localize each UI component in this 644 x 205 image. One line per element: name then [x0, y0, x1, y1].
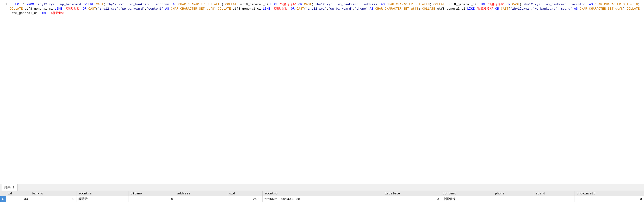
sql-token: AS — [381, 3, 385, 6]
sql-token: LIKE — [478, 3, 486, 6]
sql-token — [47, 11, 49, 15]
sql-token — [413, 3, 415, 6]
sql-token — [572, 7, 574, 10]
sql-token — [602, 3, 604, 6]
sql-token: SET — [623, 3, 628, 6]
sql-token: `content` — [146, 7, 164, 10]
row-indicator-header — [0, 191, 6, 196]
sql-token: utf8_general_ci — [238, 3, 270, 6]
sql-token: `wp_bankcard` — [328, 7, 353, 10]
sql-token: AS — [574, 7, 578, 10]
sql-token: COLLATE — [434, 3, 447, 6]
sql-token: ) — [222, 3, 226, 6]
sql-token — [409, 7, 411, 10]
column-header-isdelete: isdelete — [383, 191, 441, 196]
sql-token: CAST — [304, 3, 312, 6]
sql-token — [394, 3, 396, 6]
sql-token: '%滕玲玲%' — [49, 11, 66, 15]
sql-token — [171, 3, 173, 6]
column-header-uid: uid — [227, 191, 262, 196]
sql-token — [212, 3, 214, 6]
sql-token — [628, 3, 630, 6]
sql-token: `wp_bankcard` — [128, 3, 152, 6]
sql-token: `zhy12.xyz` — [313, 3, 334, 6]
sql-editor[interactable]: 1 SELECT * FROM `zhy12.xyz`.`wp_bankcard… — [0, 0, 644, 184]
sql-token: `zhy12.xyz` — [306, 7, 326, 10]
column-header-cityno: cityno — [128, 191, 175, 196]
sql-token — [164, 7, 165, 10]
cell-uid: 2580 — [227, 196, 262, 202]
sql-token: . — [56, 3, 58, 6]
bottom-tab-bar: 信息摘要结果 1剖析状态 — [0, 184, 644, 190]
sql-token: CHAR — [387, 3, 394, 6]
results-area: idbanknoaccntnmcitynoaddressuidaccntnois… — [0, 190, 644, 205]
sql-token: . — [326, 7, 328, 10]
sql-token: . — [531, 7, 533, 10]
sql-token: '%滕玲玲%' — [476, 7, 493, 10]
sql-token: . — [126, 3, 128, 6]
tab-结果 1[interactable]: 结果 1 — [1, 184, 18, 191]
sql-token — [383, 7, 385, 10]
sql-token: `wp_bankcard` — [58, 3, 83, 6]
sql-token: '%滕玲玲%' — [280, 3, 296, 6]
sql-token: CHAR — [595, 3, 602, 6]
sql-token: AS — [370, 7, 374, 10]
sql-token: COLLATE — [422, 7, 436, 10]
sql-token: ) — [638, 3, 642, 6]
sql-token: `zhy12.xyz` — [510, 7, 531, 10]
sql-token: utf8 — [214, 3, 222, 6]
sql-token: utf8_general_ci — [448, 3, 478, 6]
sql-token: utf8 — [206, 7, 214, 10]
sql-token: `wp_bankcard` — [336, 3, 360, 6]
cell-address — [175, 196, 227, 202]
sql-token: OR — [506, 3, 510, 6]
sql-token — [197, 7, 199, 10]
line-content-1: SELECT * FROM `zhy12.xyz`.`wp_bankcard` … — [10, 2, 644, 16]
sql-token: ( — [312, 3, 313, 6]
sql-token: LIKE — [54, 7, 62, 10]
sql-token: utf8_general_ci — [231, 7, 263, 10]
sql-token: `zhy12.xyz` — [36, 3, 56, 6]
sql-token: `wp_bankcard` — [120, 7, 144, 10]
cell-provinceid: 0 — [574, 196, 644, 202]
sql-token: COLLATE — [626, 7, 640, 10]
column-header-accntno: accntno — [262, 191, 383, 196]
sql-token: ( — [304, 7, 306, 10]
sql-token: ) — [430, 3, 434, 6]
column-header-scard: scard — [534, 191, 574, 196]
sql-token — [94, 3, 96, 6]
sql-token: `scard` — [559, 7, 572, 10]
sql-token: `zhy12.xyz` — [522, 3, 542, 6]
results-table: idbanknoaccntnmcitynoaddressuidaccntnois… — [0, 191, 644, 202]
column-header-phone: phone — [493, 191, 534, 196]
sql-token — [402, 7, 404, 10]
sql-token: utf8 — [411, 7, 418, 10]
sql-token: . — [542, 3, 544, 6]
sql-token — [614, 7, 616, 10]
sql-token — [169, 7, 171, 10]
line-number-1: 1 — [0, 2, 10, 7]
cell-phone — [493, 196, 534, 202]
sql-token: SET — [608, 7, 613, 10]
sql-token: OR — [83, 7, 86, 10]
cell-scard — [534, 196, 574, 202]
sql-token — [294, 7, 296, 10]
sql-token: `wp_bankcard` — [533, 7, 557, 10]
sql-token — [379, 3, 381, 6]
sql-token: . — [360, 3, 362, 6]
sql-token: utf8_general_ci — [435, 7, 467, 10]
sql-token: `accntnm` — [154, 3, 171, 6]
sql-token — [296, 3, 298, 6]
column-header-accntnm: accntnm — [76, 191, 128, 196]
sql-token: OR — [298, 3, 302, 6]
sql-token: ( — [96, 7, 98, 10]
sql-token: utf8 — [630, 3, 638, 6]
sql-token: CHARACTER — [589, 7, 606, 10]
sql-token: ) — [214, 7, 218, 10]
sql-token: LIKE — [40, 11, 47, 15]
sql-token: . — [152, 3, 154, 6]
sql-token: CHAR — [178, 3, 186, 6]
sql-token: CAST — [501, 7, 508, 10]
cell-accntnm: 滕玲玲 — [76, 196, 128, 202]
sql-token: ( — [103, 3, 105, 6]
